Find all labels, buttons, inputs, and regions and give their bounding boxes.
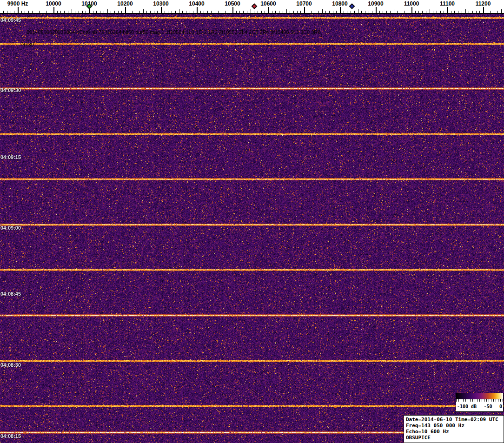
ruler-tick [479,11,480,13]
ruler-tick [430,9,430,13]
ruler-tick [315,11,315,13]
ruler-tick [207,11,208,13]
ruler-tick [379,11,380,13]
ruler-tick [501,9,502,13]
colorbar-max-label: 0 [499,404,502,409]
ruler-tick [68,11,68,13]
colorbar-labels: -100 dB -50 0 [456,402,503,411]
ruler-tick [411,7,412,13]
freq-tick-label: 9900 Hz [7,0,28,7]
ruler-tick [300,11,301,13]
spectrogram-area: 04:09:4504:09:3004:09:1504:09:0004:08:45… [0,14,504,443]
ruler-tick [154,11,154,13]
ruler-tick [157,11,158,13]
ruler-tick [136,11,136,13]
ruler-tick [72,9,72,13]
ruler-tick [232,7,233,13]
freq-tick-label: 10900 [368,0,383,7]
ruler-tick [401,11,401,13]
ruler-tick [121,11,122,13]
ruler-tick [293,11,294,13]
ruler-tick [251,9,251,13]
ruler-tick [46,11,47,13]
ruler-tick [418,11,419,13]
ruler-tick [32,11,33,13]
ruler-tick [279,11,279,13]
ruler-tick [472,11,473,13]
ruler-tick [483,7,484,13]
time-label: 04:09:30 [0,87,21,93]
ruler-tick [247,11,247,13]
ruler-tick [60,11,61,13]
ruler-tick [107,9,108,13]
blue-frequency-marker-icon[interactable] [349,3,355,9]
ruler-tick [218,11,219,13]
ruler-tick [265,11,265,13]
frequency-ruler: 9900 Hz100001010010200103001040010500106… [0,0,504,14]
ruler-tick [79,11,79,13]
ruler-tick [354,11,355,13]
ruler-tick [14,11,14,13]
ruler-tick [365,11,365,13]
ruler-tick [165,11,165,13]
freq-tick-label: 10700 [296,0,312,7]
ruler-tick [175,11,176,13]
ruler-tick [100,11,100,13]
ruler-tick [318,11,319,13]
ruler-tick [322,9,323,13]
amplitude-colorbar: -100 dB -50 0 [456,393,504,412]
ruler-tick [325,11,326,13]
ruler-tick [118,11,119,13]
ruler-tick [57,11,58,13]
ruler-tick [344,11,344,13]
ruler-tick [25,11,25,13]
ruler-tick [36,9,36,13]
ruler-tick [211,11,212,13]
ruler-tick [43,11,43,13]
ruler-tick [494,11,494,13]
ruler-tick [146,11,147,13]
ruler-tick [197,7,198,13]
red-frequency-marker-icon[interactable] [252,3,258,9]
info-station-name: OBSUPICE [406,435,502,441]
ruler-tick [308,11,308,13]
freq-tick-label: 11100 [440,0,455,7]
ruler-tick [21,11,22,13]
ruler-tick [304,7,305,13]
ruler-tick [329,11,330,13]
ruler-tick [397,11,398,13]
spectrogram-canvas[interactable] [0,14,504,443]
ruler-tick [243,11,244,13]
freq-tick-label: 10400 [189,0,204,7]
ruler-tick [394,9,394,13]
observation-info-box: Date=2014-06-10 Time=02:09 UTC Freq=143 … [404,415,504,443]
ruler-tick [497,11,498,13]
ruler-tick [286,9,287,13]
ruler-tick [82,11,83,13]
freq-tick-label: 10300 [153,0,168,7]
ruler-tick [297,11,298,13]
ruler-tick [465,9,466,13]
ruler-tick [50,11,50,13]
ruler-tick [447,7,448,13]
ruler-tick [462,11,462,13]
freq-tick-label: 10200 [117,0,133,7]
ruler-tick [3,11,4,13]
ruler-tick [28,11,29,13]
ruler-tick [340,7,341,13]
ruler-tick [469,11,469,13]
ruler-tick [311,11,312,13]
ruler-tick [182,11,183,13]
info-frequency: Freq=143 050 000 Hz [406,423,502,429]
ruler-tick [275,11,276,13]
ruler-tick [347,11,347,13]
ruler-tick [18,7,19,13]
ruler-tick [333,11,333,13]
ruler-tick [204,11,204,13]
ruler-tick [86,11,86,13]
ruler-tick [451,11,451,13]
time-label: 04:08:45 [0,291,21,297]
ruler-tick [239,11,240,13]
ruler-tick [229,11,229,13]
ruler-tick [236,11,237,13]
